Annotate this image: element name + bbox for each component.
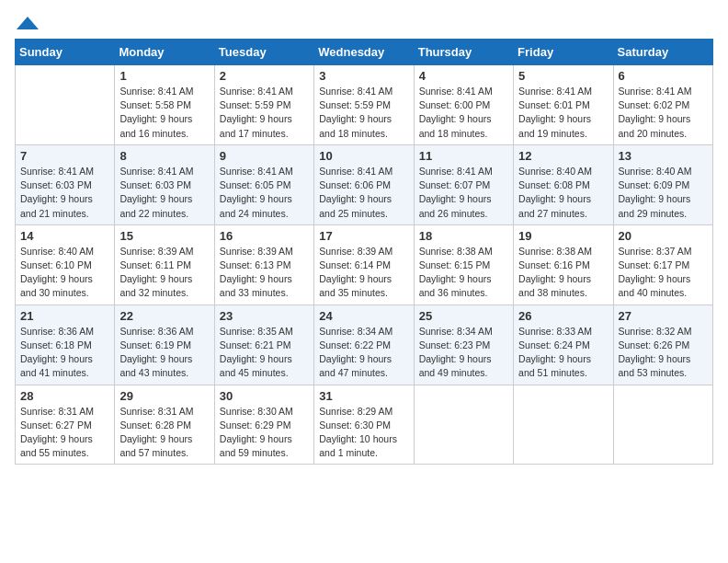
- calendar-cell: 29Sunrise: 8:31 AMSunset: 6:28 PMDayligh…: [115, 385, 214, 465]
- weekday-header-tuesday: Tuesday: [214, 40, 313, 65]
- day-info: Sunrise: 8:38 AMSunset: 6:16 PMDaylight:…: [518, 245, 608, 301]
- day-info: Sunrise: 8:41 AMSunset: 6:06 PMDaylight:…: [319, 165, 408, 221]
- calendar-cell: 17Sunrise: 8:39 AMSunset: 6:14 PMDayligh…: [314, 224, 414, 304]
- day-info: Sunrise: 8:31 AMSunset: 6:27 PMDaylight:…: [20, 405, 109, 461]
- weekday-header-row: SundayMondayTuesdayWednesdayThursdayFrid…: [16, 40, 713, 65]
- day-info: Sunrise: 8:41 AMSunset: 5:58 PMDaylight:…: [119, 85, 209, 141]
- day-number: 31: [319, 389, 408, 403]
- svg-marker-0: [17, 17, 39, 29]
- day-number: 21: [20, 309, 109, 323]
- day-number: 22: [119, 309, 209, 323]
- calendar-week-row: 7Sunrise: 8:41 AMSunset: 6:03 PMDaylight…: [16, 144, 713, 224]
- day-info: Sunrise: 8:41 AMSunset: 5:59 PMDaylight:…: [220, 85, 309, 141]
- day-info: Sunrise: 8:35 AMSunset: 6:21 PMDaylight:…: [220, 325, 309, 381]
- day-number: 17: [319, 229, 408, 243]
- day-info: Sunrise: 8:40 AMSunset: 6:09 PMDaylight:…: [619, 165, 708, 221]
- calendar-cell: 16Sunrise: 8:39 AMSunset: 6:13 PMDayligh…: [214, 224, 313, 304]
- day-info: Sunrise: 8:40 AMSunset: 6:10 PMDaylight:…: [20, 245, 109, 301]
- calendar-cell: 4Sunrise: 8:41 AMSunset: 6:00 PMDaylight…: [414, 65, 513, 145]
- day-info: Sunrise: 8:34 AMSunset: 6:23 PMDaylight:…: [419, 325, 508, 381]
- weekday-header-friday: Friday: [514, 40, 613, 65]
- weekday-header-monday: Monday: [115, 40, 214, 65]
- weekday-header-sunday: Sunday: [16, 40, 115, 65]
- calendar-week-row: 14Sunrise: 8:40 AMSunset: 6:10 PMDayligh…: [16, 224, 713, 304]
- day-info: Sunrise: 8:32 AMSunset: 6:26 PMDaylight:…: [619, 325, 708, 381]
- day-info: Sunrise: 8:40 AMSunset: 6:08 PMDaylight:…: [518, 165, 608, 221]
- calendar-cell: [16, 65, 115, 145]
- day-info: Sunrise: 8:39 AMSunset: 6:11 PMDaylight:…: [119, 245, 209, 301]
- logo: [15, 15, 44, 31]
- day-number: 11: [419, 149, 508, 163]
- day-info: Sunrise: 8:41 AMSunset: 6:07 PMDaylight:…: [419, 165, 508, 221]
- calendar-cell: 19Sunrise: 8:38 AMSunset: 6:16 PMDayligh…: [514, 224, 613, 304]
- day-info: Sunrise: 8:41 AMSunset: 6:01 PMDaylight:…: [518, 85, 608, 141]
- calendar-cell: 30Sunrise: 8:30 AMSunset: 6:29 PMDayligh…: [214, 385, 313, 465]
- calendar-table: SundayMondayTuesdayWednesdayThursdayFrid…: [15, 39, 713, 465]
- calendar-cell: 1Sunrise: 8:41 AMSunset: 5:58 PMDaylight…: [115, 65, 214, 145]
- calendar-cell: 15Sunrise: 8:39 AMSunset: 6:11 PMDayligh…: [115, 224, 214, 304]
- calendar-cell: 2Sunrise: 8:41 AMSunset: 5:59 PMDaylight…: [214, 65, 313, 145]
- day-number: 1: [119, 69, 209, 83]
- calendar-cell: 12Sunrise: 8:40 AMSunset: 6:08 PMDayligh…: [514, 144, 613, 224]
- day-info: Sunrise: 8:41 AMSunset: 6:00 PMDaylight:…: [419, 85, 508, 141]
- day-number: 4: [419, 69, 508, 83]
- weekday-header-wednesday: Wednesday: [314, 40, 414, 65]
- page-header: [15, 15, 713, 31]
- calendar-week-row: 28Sunrise: 8:31 AMSunset: 6:27 PMDayligh…: [16, 385, 713, 465]
- day-number: 23: [220, 309, 309, 323]
- day-info: Sunrise: 8:31 AMSunset: 6:28 PMDaylight:…: [119, 405, 209, 461]
- day-number: 24: [319, 309, 408, 323]
- day-number: 5: [518, 69, 608, 83]
- day-number: 16: [220, 229, 309, 243]
- day-info: Sunrise: 8:41 AMSunset: 6:03 PMDaylight:…: [119, 165, 209, 221]
- calendar-cell: 31Sunrise: 8:29 AMSunset: 6:30 PMDayligh…: [314, 385, 414, 465]
- day-info: Sunrise: 8:36 AMSunset: 6:18 PMDaylight:…: [20, 325, 109, 381]
- calendar-cell: 6Sunrise: 8:41 AMSunset: 6:02 PMDaylight…: [613, 65, 712, 145]
- day-number: 26: [518, 309, 608, 323]
- day-number: 20: [619, 229, 708, 243]
- day-info: Sunrise: 8:37 AMSunset: 6:17 PMDaylight:…: [619, 245, 708, 301]
- day-info: Sunrise: 8:30 AMSunset: 6:29 PMDaylight:…: [220, 405, 309, 461]
- day-number: 6: [619, 69, 708, 83]
- calendar-cell: 26Sunrise: 8:33 AMSunset: 6:24 PMDayligh…: [514, 304, 613, 385]
- day-number: 8: [119, 149, 209, 163]
- calendar-cell: 9Sunrise: 8:41 AMSunset: 6:05 PMDaylight…: [214, 144, 313, 224]
- calendar-cell: 20Sunrise: 8:37 AMSunset: 6:17 PMDayligh…: [613, 224, 712, 304]
- day-number: 28: [20, 389, 109, 403]
- day-info: Sunrise: 8:39 AMSunset: 6:14 PMDaylight:…: [319, 245, 408, 301]
- logo-icon: [15, 15, 40, 31]
- day-number: 30: [220, 389, 309, 403]
- calendar-week-row: 21Sunrise: 8:36 AMSunset: 6:18 PMDayligh…: [16, 304, 713, 385]
- day-info: Sunrise: 8:36 AMSunset: 6:19 PMDaylight:…: [119, 325, 209, 381]
- weekday-header-saturday: Saturday: [613, 40, 712, 65]
- calendar-cell: 28Sunrise: 8:31 AMSunset: 6:27 PMDayligh…: [16, 385, 115, 465]
- calendar-cell: 23Sunrise: 8:35 AMSunset: 6:21 PMDayligh…: [214, 304, 313, 385]
- day-number: 7: [20, 149, 109, 163]
- calendar-cell: 5Sunrise: 8:41 AMSunset: 6:01 PMDaylight…: [514, 65, 613, 145]
- calendar-cell: 14Sunrise: 8:40 AMSunset: 6:10 PMDayligh…: [16, 224, 115, 304]
- calendar-cell: 3Sunrise: 8:41 AMSunset: 5:59 PMDaylight…: [314, 65, 414, 145]
- day-number: 19: [518, 229, 608, 243]
- day-info: Sunrise: 8:41 AMSunset: 6:05 PMDaylight:…: [220, 165, 309, 221]
- day-number: 3: [319, 69, 408, 83]
- calendar-cell: 27Sunrise: 8:32 AMSunset: 6:26 PMDayligh…: [613, 304, 712, 385]
- day-number: 25: [419, 309, 508, 323]
- day-number: 10: [319, 149, 408, 163]
- calendar-cell: [514, 385, 613, 465]
- day-number: 13: [619, 149, 708, 163]
- calendar-cell: 21Sunrise: 8:36 AMSunset: 6:18 PMDayligh…: [16, 304, 115, 385]
- weekday-header-thursday: Thursday: [414, 40, 513, 65]
- day-info: Sunrise: 8:41 AMSunset: 6:02 PMDaylight:…: [619, 85, 708, 141]
- calendar-cell: 18Sunrise: 8:38 AMSunset: 6:15 PMDayligh…: [414, 224, 513, 304]
- day-number: 27: [619, 309, 708, 323]
- day-info: Sunrise: 8:41 AMSunset: 6:03 PMDaylight:…: [20, 165, 109, 221]
- day-number: 9: [220, 149, 309, 163]
- day-number: 15: [119, 229, 209, 243]
- calendar-cell: 24Sunrise: 8:34 AMSunset: 6:22 PMDayligh…: [314, 304, 414, 385]
- day-info: Sunrise: 8:34 AMSunset: 6:22 PMDaylight:…: [319, 325, 408, 381]
- calendar-cell: [613, 385, 712, 465]
- day-number: 18: [419, 229, 508, 243]
- calendar-cell: 22Sunrise: 8:36 AMSunset: 6:19 PMDayligh…: [115, 304, 214, 385]
- day-info: Sunrise: 8:41 AMSunset: 5:59 PMDaylight:…: [319, 85, 408, 141]
- day-number: 12: [518, 149, 608, 163]
